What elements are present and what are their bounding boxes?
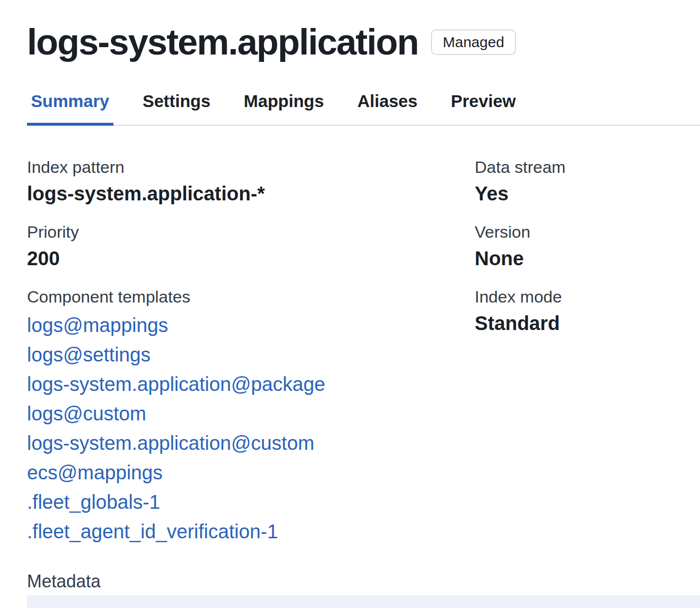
data-stream-group: Data stream Yes — [475, 156, 700, 206]
priority-label: Priority — [27, 221, 475, 243]
index-pattern-label: Index pattern — [27, 156, 475, 178]
tab-settings[interactable]: Settings — [139, 91, 215, 125]
tab-mappings[interactable]: Mappings — [240, 91, 328, 125]
index-template-details-page: logs-system.application Managed Summary … — [0, 0, 700, 608]
page-title: logs-system.application — [27, 20, 418, 65]
managed-badge: Managed — [431, 29, 516, 55]
component-template-link[interactable]: ecs@mappings — [27, 458, 162, 487]
summary-tab-content: Index pattern logs-system.application-* … — [27, 126, 700, 561]
data-stream-label: Data stream — [475, 156, 700, 178]
component-templates-list: logs@mappings logs@settings logs-system.… — [27, 310, 475, 546]
version-group: Version None — [475, 221, 700, 271]
priority-group: Priority 200 — [27, 221, 475, 271]
version-label: Version — [475, 221, 700, 243]
tab-aliases[interactable]: Aliases — [353, 91, 422, 125]
tab-preview[interactable]: Preview — [447, 91, 520, 125]
component-template-link[interactable]: logs-system.application@custom — [27, 428, 314, 458]
index-mode-value: Standard — [475, 310, 700, 336]
summary-right-column: Data stream Yes Version None Index mode … — [475, 156, 700, 561]
summary-left-column: Index pattern logs-system.application-* … — [27, 156, 475, 561]
tab-bar: Summary Settings Mappings Aliases Previe… — [27, 91, 700, 126]
component-template-link[interactable]: .fleet_globals-1 — [27, 487, 160, 517]
component-template-link[interactable]: logs@mappings — [27, 310, 168, 340]
page-header: logs-system.application Managed — [27, 20, 700, 65]
data-stream-value: Yes — [475, 181, 700, 206]
index-pattern-value: logs-system.application-* — [27, 181, 475, 206]
component-template-link[interactable]: .fleet_agent_id_verification-1 — [27, 517, 278, 546]
index-mode-label: Index mode — [475, 286, 700, 307]
metadata-heading: Metadata — [27, 572, 700, 591]
priority-value: 200 — [27, 246, 475, 271]
component-templates-label: Component templates — [27, 286, 475, 307]
component-template-link[interactable]: logs-system.application@package — [27, 369, 325, 399]
metadata-section: Metadata — [27, 572, 700, 608]
metadata-code-block — [27, 595, 700, 608]
tab-summary[interactable]: Summary — [27, 91, 113, 125]
index-pattern-group: Index pattern logs-system.application-* — [27, 156, 475, 206]
index-mode-group: Index mode Standard — [475, 286, 700, 336]
component-template-link[interactable]: logs@custom — [27, 399, 146, 428]
component-template-link[interactable]: logs@settings — [27, 340, 151, 369]
version-value: None — [475, 246, 700, 271]
component-templates-group: Component templates logs@mappings logs@s… — [27, 286, 475, 546]
